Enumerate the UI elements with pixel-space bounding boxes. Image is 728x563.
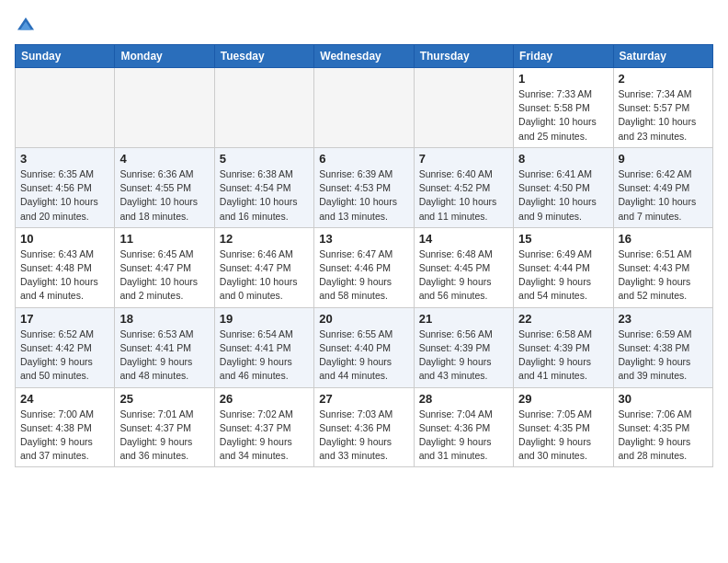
calendar-cell: 3Sunrise: 6:35 AM Sunset: 4:56 PM Daylig…	[16, 147, 115, 227]
day-number: 11	[119, 232, 209, 246]
weekday-header-sunday: Sunday	[16, 45, 115, 68]
day-info: Sunrise: 7:04 AM Sunset: 4:36 PM Dayligh…	[419, 408, 508, 464]
day-info: Sunrise: 6:42 AM Sunset: 4:49 PM Dayligh…	[619, 167, 708, 224]
calendar-cell	[115, 68, 214, 148]
calendar-cell: 10Sunrise: 6:43 AM Sunset: 4:48 PM Dayli…	[16, 227, 115, 307]
day-number: 30	[619, 392, 708, 406]
day-info: Sunrise: 6:59 AM Sunset: 4:38 PM Dayligh…	[619, 327, 708, 384]
day-number: 16	[619, 232, 708, 246]
calendar-cell: 23Sunrise: 6:59 AM Sunset: 4:38 PM Dayli…	[613, 307, 712, 387]
day-info: Sunrise: 6:35 AM Sunset: 4:56 PM Dayligh…	[20, 167, 109, 224]
day-info: Sunrise: 6:39 AM Sunset: 4:53 PM Dayligh…	[319, 167, 408, 224]
day-number: 28	[419, 392, 508, 406]
logo	[15, 15, 40, 37]
day-info: Sunrise: 7:01 AM Sunset: 4:37 PM Dayligh…	[119, 408, 209, 464]
day-number: 26	[220, 392, 309, 406]
weekday-header-wednesday: Wednesday	[314, 45, 414, 68]
day-info: Sunrise: 6:48 AM Sunset: 4:45 PM Dayligh…	[419, 247, 508, 304]
day-number: 4	[119, 152, 209, 166]
day-info: Sunrise: 6:46 AM Sunset: 4:47 PM Dayligh…	[220, 247, 309, 304]
calendar-cell: 9Sunrise: 6:42 AM Sunset: 4:49 PM Daylig…	[613, 147, 712, 227]
day-info: Sunrise: 7:06 AM Sunset: 4:35 PM Dayligh…	[619, 408, 708, 464]
day-number: 22	[518, 312, 608, 326]
day-number: 25	[119, 392, 209, 406]
calendar-cell: 4Sunrise: 6:36 AM Sunset: 4:55 PM Daylig…	[115, 147, 214, 227]
calendar-cell: 28Sunrise: 7:04 AM Sunset: 4:36 PM Dayli…	[414, 387, 513, 467]
calendar-cell: 15Sunrise: 6:49 AM Sunset: 4:44 PM Dayli…	[514, 227, 613, 307]
day-info: Sunrise: 6:56 AM Sunset: 4:39 PM Dayligh…	[419, 327, 508, 384]
day-number: 5	[220, 152, 309, 166]
calendar-cell	[314, 68, 414, 148]
calendar-cell: 26Sunrise: 7:02 AM Sunset: 4:37 PM Dayli…	[214, 387, 313, 467]
day-info: Sunrise: 7:34 AM Sunset: 5:57 PM Dayligh…	[619, 87, 708, 144]
day-number: 15	[518, 232, 608, 246]
day-info: Sunrise: 7:33 AM Sunset: 5:58 PM Dayligh…	[518, 87, 608, 144]
calendar-cell	[214, 68, 313, 148]
day-number: 29	[518, 392, 608, 406]
calendar-cell	[16, 68, 115, 148]
day-info: Sunrise: 6:43 AM Sunset: 4:48 PM Dayligh…	[20, 247, 109, 304]
day-number: 13	[319, 232, 408, 246]
calendar-cell: 24Sunrise: 7:00 AM Sunset: 4:38 PM Dayli…	[16, 387, 115, 467]
calendar-cell: 8Sunrise: 6:41 AM Sunset: 4:50 PM Daylig…	[514, 147, 613, 227]
weekday-header-tuesday: Tuesday	[214, 45, 313, 68]
day-info: Sunrise: 6:51 AM Sunset: 4:43 PM Dayligh…	[619, 247, 708, 304]
day-number: 14	[419, 232, 508, 246]
weekday-header-friday: Friday	[514, 45, 613, 68]
day-number: 10	[20, 232, 109, 246]
calendar-cell: 25Sunrise: 7:01 AM Sunset: 4:37 PM Dayli…	[115, 387, 214, 467]
day-info: Sunrise: 6:41 AM Sunset: 4:50 PM Dayligh…	[518, 167, 608, 224]
calendar-cell	[414, 68, 513, 148]
calendar-cell: 2Sunrise: 7:34 AM Sunset: 5:57 PM Daylig…	[613, 68, 712, 148]
day-info: Sunrise: 6:55 AM Sunset: 4:40 PM Dayligh…	[319, 327, 408, 384]
day-info: Sunrise: 6:54 AM Sunset: 4:41 PM Dayligh…	[220, 327, 309, 384]
logo-icon	[15, 15, 37, 37]
page-header	[15, 15, 713, 37]
day-number: 17	[20, 312, 109, 326]
day-number: 18	[119, 312, 209, 326]
day-number: 2	[619, 72, 708, 86]
day-info: Sunrise: 6:53 AM Sunset: 4:41 PM Dayligh…	[119, 327, 209, 384]
calendar-cell: 16Sunrise: 6:51 AM Sunset: 4:43 PM Dayli…	[613, 227, 712, 307]
day-info: Sunrise: 6:36 AM Sunset: 4:55 PM Dayligh…	[119, 167, 209, 224]
day-number: 27	[319, 392, 408, 406]
day-number: 19	[220, 312, 309, 326]
weekday-header-monday: Monday	[115, 45, 214, 68]
calendar-cell: 13Sunrise: 6:47 AM Sunset: 4:46 PM Dayli…	[314, 227, 414, 307]
calendar-week-4: 17Sunrise: 6:52 AM Sunset: 4:42 PM Dayli…	[16, 307, 713, 387]
calendar-cell: 7Sunrise: 6:40 AM Sunset: 4:52 PM Daylig…	[414, 147, 513, 227]
calendar-cell: 30Sunrise: 7:06 AM Sunset: 4:35 PM Dayli…	[613, 387, 712, 467]
calendar-cell: 22Sunrise: 6:58 AM Sunset: 4:39 PM Dayli…	[514, 307, 613, 387]
calendar-cell: 27Sunrise: 7:03 AM Sunset: 4:36 PM Dayli…	[314, 387, 414, 467]
weekday-header-thursday: Thursday	[414, 45, 513, 68]
day-number: 12	[220, 232, 309, 246]
day-number: 20	[319, 312, 408, 326]
day-info: Sunrise: 6:38 AM Sunset: 4:54 PM Dayligh…	[220, 167, 309, 224]
calendar-week-5: 24Sunrise: 7:00 AM Sunset: 4:38 PM Dayli…	[16, 387, 713, 467]
calendar-cell: 19Sunrise: 6:54 AM Sunset: 4:41 PM Dayli…	[214, 307, 313, 387]
day-number: 7	[419, 152, 508, 166]
calendar-header: SundayMondayTuesdayWednesdayThursdayFrid…	[16, 45, 713, 68]
calendar-cell: 1Sunrise: 7:33 AM Sunset: 5:58 PM Daylig…	[514, 68, 613, 148]
calendar-table: SundayMondayTuesdayWednesdayThursdayFrid…	[15, 44, 713, 467]
calendar-cell: 21Sunrise: 6:56 AM Sunset: 4:39 PM Dayli…	[414, 307, 513, 387]
calendar-cell: 6Sunrise: 6:39 AM Sunset: 4:53 PM Daylig…	[314, 147, 414, 227]
day-number: 3	[20, 152, 109, 166]
day-info: Sunrise: 7:03 AM Sunset: 4:36 PM Dayligh…	[319, 408, 408, 464]
day-number: 21	[419, 312, 508, 326]
day-info: Sunrise: 6:52 AM Sunset: 4:42 PM Dayligh…	[20, 327, 109, 384]
calendar-week-1: 1Sunrise: 7:33 AM Sunset: 5:58 PM Daylig…	[16, 68, 713, 148]
calendar-cell: 12Sunrise: 6:46 AM Sunset: 4:47 PM Dayli…	[214, 227, 313, 307]
calendar-cell: 11Sunrise: 6:45 AM Sunset: 4:47 PM Dayli…	[115, 227, 214, 307]
calendar-cell: 20Sunrise: 6:55 AM Sunset: 4:40 PM Dayli…	[314, 307, 414, 387]
day-number: 23	[619, 312, 708, 326]
day-info: Sunrise: 7:02 AM Sunset: 4:37 PM Dayligh…	[220, 408, 309, 464]
day-number: 24	[20, 392, 109, 406]
day-number: 1	[518, 72, 608, 86]
day-number: 9	[619, 152, 708, 166]
day-number: 6	[319, 152, 408, 166]
calendar-cell: 17Sunrise: 6:52 AM Sunset: 4:42 PM Dayli…	[16, 307, 115, 387]
day-info: Sunrise: 6:58 AM Sunset: 4:39 PM Dayligh…	[518, 327, 608, 384]
calendar-cell: 18Sunrise: 6:53 AM Sunset: 4:41 PM Dayli…	[115, 307, 214, 387]
day-info: Sunrise: 6:47 AM Sunset: 4:46 PM Dayligh…	[319, 247, 408, 304]
